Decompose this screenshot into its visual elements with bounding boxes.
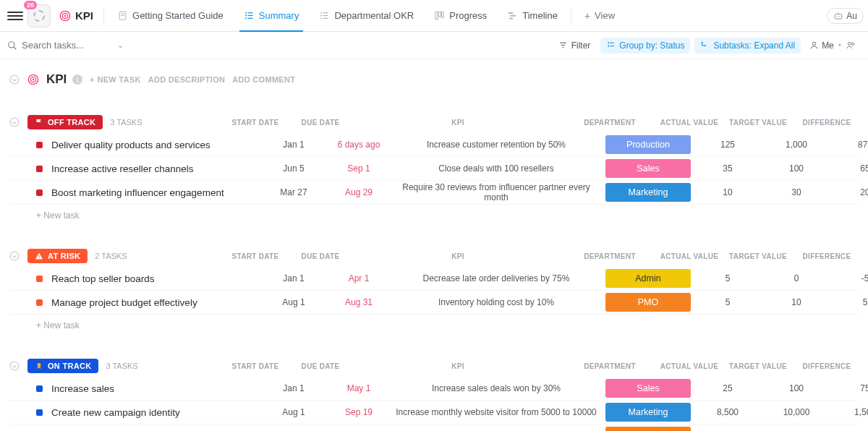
groupby-button[interactable]: Group by: Status [600,38,690,54]
subtasks-button[interactable]: Subtasks: Expand All [694,38,801,54]
search-input[interactable] [22,40,109,51]
collapse-all-icon[interactable] [9,74,20,85]
group-icon [606,40,616,50]
table-row[interactable]: Increase salesJan 1May 1Increase sales d… [9,377,859,401]
cell-actual: 8,500 [695,407,760,417]
tab-progress[interactable]: Progress [424,0,497,32]
cell-target: 10 [760,297,833,307]
cell-start-date: Jun 5 [261,163,326,174]
task-title[interactable]: Manage project budget effectively [51,297,261,308]
tab-label: Summary [259,10,299,21]
gantt-icon [507,10,518,21]
column-header: KPI [353,252,563,260]
cell-department[interactable]: PMO [601,427,695,431]
cell-kpi: Close deals with 100 resellers [391,163,601,174]
me-label: Me [822,40,834,51]
cell-department[interactable]: Production [601,135,695,154]
task-title[interactable]: Reach top seller boards [51,273,261,284]
new-task-inline[interactable]: + New task [9,205,859,223]
notification-badge: 26 [24,1,37,9]
cell-department[interactable]: PMO [601,293,695,312]
cell-start-date: Mar 27 [261,187,326,197]
group-status-badge[interactable]: ON TRACK [27,359,98,373]
new-task-button[interactable]: + NEW TASK [90,75,140,84]
svg-rect-20 [442,12,444,18]
collapse-group-icon[interactable] [9,116,20,128]
column-header: DUE DATE [288,252,353,260]
svg-point-6 [245,12,247,14]
cell-department[interactable]: Admin [601,269,695,288]
people-icon[interactable] [846,40,856,50]
table-row[interactable]: Increase active reseller channelsJun 5Se… [9,157,859,181]
group-label: AT RISK [48,252,80,260]
tab-getting-started[interactable]: Getting Started Guide [107,0,234,32]
tab-label: Departmental OKR [334,10,414,21]
tab-summary[interactable]: Summary [234,0,310,32]
automations-button[interactable]: Au [827,8,864,24]
add-view-button[interactable]: + View [574,0,625,32]
subtask-icon [700,40,710,50]
svg-point-26 [839,15,840,16]
svg-rect-23 [509,18,513,20]
target-icon [27,74,39,85]
task-title[interactable]: Create new campaign identity [51,407,261,418]
column-header: DUE DATE [288,362,353,370]
task-title[interactable]: Increase active reseller channels [51,163,261,174]
cell-kpi: Require 30 reviews from influencer partn… [391,182,601,202]
column-header: START DATE [223,362,288,370]
svg-point-14 [321,15,323,17]
me-button[interactable]: Me • [805,38,861,54]
cell-actual: 5 [695,297,760,307]
add-comment-button[interactable]: ADD COMMENT [232,75,295,84]
cell-department[interactable]: Sales [601,379,695,398]
cell-department[interactable]: Marketing [601,403,695,422]
table-row[interactable]: Create new campaign identityAug 1Sep 19I… [9,401,859,424]
svg-point-38 [705,45,706,46]
department-chip: Admin [605,269,691,288]
table-row[interactable]: Reach top seller boardsJan 1Apr 1Decreas… [9,267,859,291]
status-square[interactable] [36,409,43,416]
status-square[interactable] [36,276,43,282]
workspace-loading-button[interactable]: 26 [27,4,51,27]
add-description-button[interactable]: ADD DESCRIPTION [148,75,226,84]
cell-department[interactable]: Sales [601,159,695,178]
status-square[interactable] [36,299,43,306]
task-title[interactable]: Increase sales [51,383,261,394]
filter-button[interactable]: Filter [553,38,597,54]
status-square[interactable] [36,166,43,172]
new-task-inline[interactable]: + New task [9,315,859,333]
task-title[interactable]: Boost marketing influencer engagement [51,187,261,198]
doc-icon [117,10,128,21]
tab-timeline[interactable]: Timeline [497,0,568,32]
svg-point-37 [702,42,703,43]
cell-difference: -5 [833,273,868,283]
cell-due-date: Aug 31 [326,297,391,307]
column-header: TARGET VALUE [722,119,794,127]
column-header: START DATE [223,252,288,260]
group-status-badge[interactable]: AT RISK [27,249,88,263]
table-row[interactable]: Manage project budget effectivelyAug 1Au… [9,291,859,315]
chevron-down-icon[interactable]: ⌄ [117,40,124,50]
tab-departmental-okr[interactable]: Departmental OKR [309,0,424,32]
collapse-group-icon[interactable] [9,250,20,262]
status-square[interactable] [36,385,43,392]
cell-actual: 25 [695,383,760,393]
svg-point-10 [245,17,247,19]
cell-due-date: 6 days ago [326,140,391,150]
group-status-badge[interactable]: OFF TRACK [27,115,103,129]
cell-department[interactable]: Marketing [601,183,695,202]
table-row[interactable]: Boost marketing influencer engagementMar… [9,181,859,205]
menu-icon[interactable] [7,8,23,24]
table-row[interactable]: Manage project timeline efficientlyJul 1… [9,424,859,431]
info-icon[interactable]: i [72,74,82,85]
status-square[interactable] [36,189,43,196]
cell-target: 100 [760,383,833,393]
cell-start-date: Aug 1 [261,297,326,307]
status-square[interactable] [36,142,43,148]
breadcrumb-title[interactable]: KPI [75,9,93,22]
collapse-group-icon[interactable] [9,360,20,372]
svg-point-33 [608,42,610,43]
table-row[interactable]: Deliver quality products and servicesJan… [9,133,859,157]
column-header: DIFFERENCE [794,119,859,127]
task-title[interactable]: Deliver quality products and services [51,140,261,150]
